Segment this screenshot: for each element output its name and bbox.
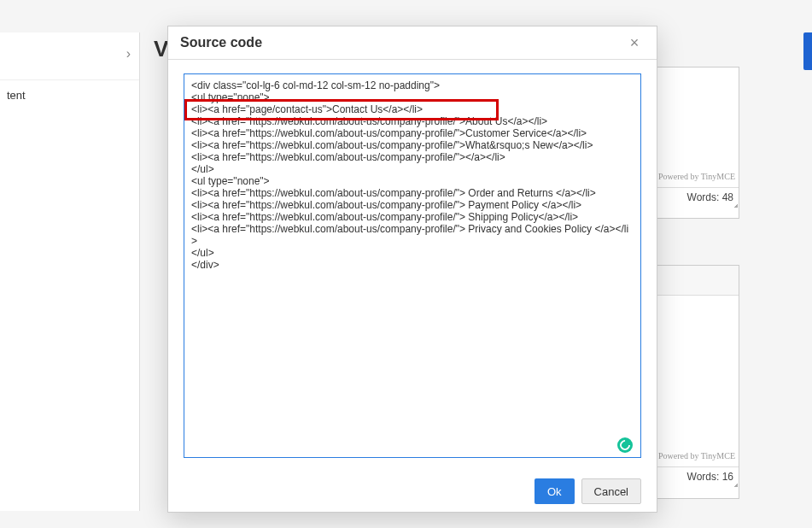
cancel-button[interactable]: Cancel <box>581 478 641 504</box>
source-code-modal: Source code × Ok Cancel <box>167 26 657 513</box>
source-code-textarea[interactable] <box>184 73 641 458</box>
code-area-wrap <box>184 73 641 461</box>
modal-body <box>168 60 657 471</box>
modal-header: Source code × <box>168 26 657 60</box>
close-icon[interactable]: × <box>624 32 645 53</box>
modal-title: Source code <box>180 35 624 50</box>
ok-button[interactable]: Ok <box>535 478 575 504</box>
modal-footer: Ok Cancel <box>168 471 657 512</box>
